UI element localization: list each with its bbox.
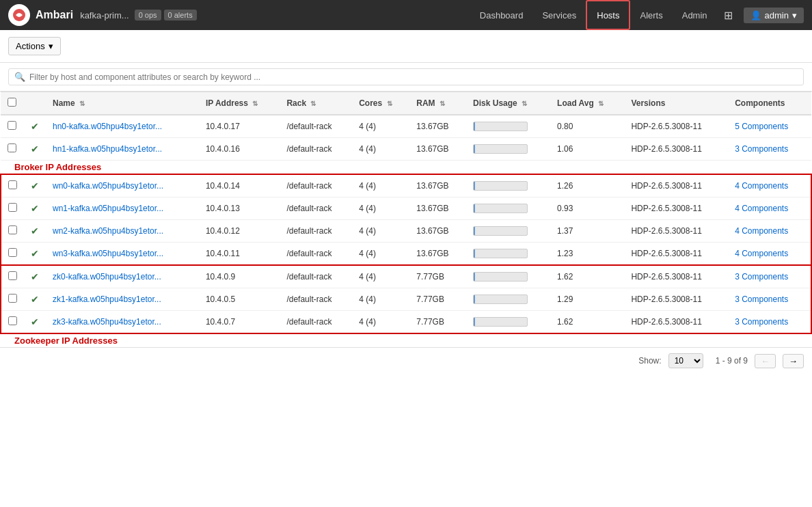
row-rack-cell: /default-rack — [280, 174, 352, 197]
host-name-link[interactable]: zk0-kafka.w05hpu4bsy1etor... — [53, 272, 161, 282]
host-name-link[interactable]: hn0-kafka.w05hpu4bsy1etor... — [53, 122, 162, 131]
row-disk-cell — [466, 288, 550, 311]
user-name: admin — [765, 10, 789, 20]
row-ip-cell: 10.4.0.11 — [199, 243, 280, 266]
brand: Ambari — [8, 4, 73, 26]
components-link[interactable]: 4 Components — [735, 249, 788, 258]
table-row: ✔ wn0-kafka.w05hpu4bsy1etor... 10.4.0.14… — [1, 174, 811, 197]
row-cores-cell: 4 (4) — [352, 197, 409, 220]
row-disk-cell — [466, 265, 550, 288]
components-link[interactable]: 3 Components — [735, 272, 788, 282]
row-checkbox-cell — [1, 288, 24, 311]
pagination-info: 1 - 9 of 9 — [716, 356, 748, 366]
row-checkbox-cell — [1, 197, 24, 220]
row-name-cell: zk3-kafka.w05hpu4bsy1etor... — [46, 311, 199, 334]
row-checkbox[interactable] — [8, 225, 17, 234]
status-icon: ✔ — [31, 271, 39, 282]
row-components-cell: 4 Components — [728, 243, 811, 266]
row-checkbox[interactable] — [8, 121, 16, 130]
row-name-cell: zk1-kafka.w05hpu4bsy1etor... — [46, 288, 199, 311]
disk-bar-fill — [474, 318, 475, 326]
host-name-link[interactable]: zk3-kafka.w05hpu4bsy1etor... — [53, 317, 161, 327]
th-ip[interactable]: IP Address ⇅ — [199, 92, 280, 115]
components-link[interactable]: 3 Components — [735, 294, 788, 304]
nav-hosts[interactable]: Hosts — [586, 0, 630, 30]
host-name-link[interactable]: wn0-kafka.w05hpu4bsy1etor... — [53, 181, 163, 191]
prev-page-button[interactable]: ← — [755, 354, 776, 368]
row-cores-cell: 4 (4) — [352, 138, 409, 161]
row-ip-cell: 10.4.0.16 — [199, 138, 280, 161]
nav-dashboard[interactable]: Dashboard — [470, 0, 533, 30]
row-load-cell: 1.62 — [550, 311, 624, 334]
actions-label: Actions — [16, 41, 45, 51]
row-checkbox[interactable] — [8, 180, 17, 189]
row-checkbox[interactable] — [8, 294, 17, 303]
th-checkbox — [1, 92, 24, 115]
row-checkbox-cell — [1, 115, 24, 138]
search-input[interactable] — [29, 72, 798, 82]
components-link[interactable]: 3 Components — [735, 317, 788, 327]
alerts-badge: 0 alerts — [164, 10, 197, 20]
components-link[interactable]: 4 Components — [735, 226, 788, 236]
disk-bar — [473, 294, 528, 304]
row-checkbox[interactable] — [8, 271, 17, 280]
nav-admin[interactable]: Admin — [673, 0, 717, 30]
table-row: ✔ hn1-kafka.w05hpu4bsy1etor... 10.4.0.16… — [1, 138, 811, 161]
row-components-cell: 4 Components — [728, 197, 811, 220]
row-status-cell: ✔ — [24, 174, 46, 197]
th-disk[interactable]: Disk Usage ⇅ — [466, 92, 550, 115]
row-version-cell: HDP-2.6.5.3008-11 — [624, 115, 728, 138]
search-input-wrap: 🔍 — [8, 68, 804, 85]
disk-bar-fill — [474, 227, 475, 235]
actions-button[interactable]: Actions ▾ — [8, 37, 61, 55]
host-name-link[interactable]: hn1-kafka.w05hpu4bsy1etor... — [53, 144, 162, 154]
row-components-cell: 3 Components — [728, 138, 811, 161]
th-rack[interactable]: Rack ⇅ — [280, 92, 352, 115]
row-ip-cell: 10.4.0.9 — [199, 265, 280, 288]
host-name-link[interactable]: wn3-kafka.w05hpu4bsy1etor... — [53, 249, 163, 258]
navbar: Ambari kafka-prim... 0 ops 0 alerts Dash… — [0, 0, 812, 30]
row-name-cell: wn0-kafka.w05hpu4bsy1etor... — [46, 174, 199, 197]
select-all-checkbox[interactable] — [8, 98, 16, 107]
th-load[interactable]: Load Avg ⇅ — [550, 92, 624, 115]
disk-bar-fill — [474, 295, 475, 303]
row-version-cell: HDP-2.6.5.3008-11 — [624, 220, 728, 243]
next-page-button[interactable]: → — [783, 354, 804, 368]
grid-icon[interactable]: ⊞ — [717, 0, 740, 30]
user-menu[interactable]: 👤 admin ▾ — [744, 8, 804, 23]
row-checkbox[interactable] — [8, 316, 17, 325]
th-status — [24, 92, 46, 115]
nav-links: Dashboard Services Hosts Alerts Admin ⊞ … — [470, 0, 804, 30]
row-checkbox[interactable] — [8, 203, 17, 212]
table-row: ✔ zk3-kafka.w05hpu4bsy1etor... 10.4.0.7 … — [1, 311, 811, 334]
host-name-link[interactable]: wn1-kafka.w05hpu4bsy1etor... — [53, 204, 163, 213]
row-rack-cell: /default-rack — [280, 115, 352, 138]
host-name-link[interactable]: wn2-kafka.w05hpu4bsy1etor... — [53, 226, 163, 236]
broker-annotation-label: Broker IP Addresses — [8, 159, 108, 175]
row-cores-cell: 4 (4) — [352, 311, 409, 334]
host-name-link[interactable]: zk1-kafka.w05hpu4bsy1etor... — [53, 294, 161, 304]
row-status-cell: ✔ — [24, 220, 46, 243]
row-load-cell: 1.37 — [550, 220, 624, 243]
brand-logo — [8, 4, 30, 26]
th-ram[interactable]: RAM ⇅ — [409, 92, 466, 115]
th-name[interactable]: Name ⇅ — [46, 92, 199, 115]
components-link[interactable]: 4 Components — [735, 204, 788, 213]
row-checkbox[interactable] — [8, 248, 17, 257]
disk-bar — [473, 122, 528, 131]
row-cores-cell: 4 (4) — [352, 174, 409, 197]
row-checkbox-cell — [1, 265, 24, 288]
disk-bar — [473, 226, 528, 236]
show-select[interactable]: 10 25 50 100 — [668, 353, 703, 368]
table-area: Name ⇅ IP Address ⇅ Rack ⇅ Cores ⇅ RAM ⇅… — [0, 92, 812, 347]
row-ram-cell: 7.77GB — [409, 288, 466, 311]
components-link[interactable]: 5 Components — [735, 122, 788, 131]
components-link[interactable]: 4 Components — [735, 181, 788, 191]
row-checkbox[interactable] — [8, 143, 16, 152]
nav-alerts[interactable]: Alerts — [630, 0, 672, 30]
th-cores[interactable]: Cores ⇅ — [352, 92, 409, 115]
row-ram-cell: 7.77GB — [409, 311, 466, 334]
row-status-cell: ✔ — [24, 311, 46, 334]
nav-services[interactable]: Services — [532, 0, 586, 30]
components-link[interactable]: 3 Components — [735, 144, 788, 154]
